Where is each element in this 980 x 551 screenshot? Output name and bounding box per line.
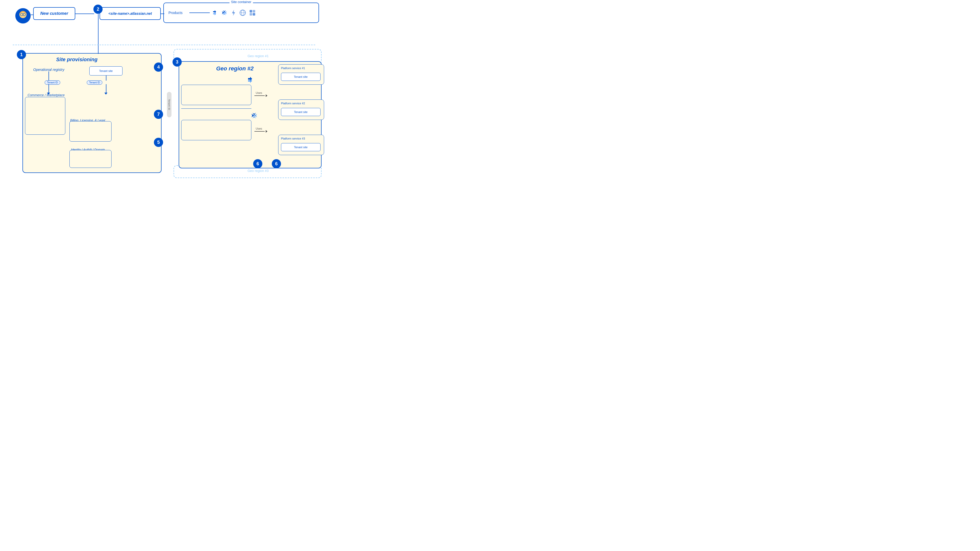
geo-region-1-label: Geo region #1 (248, 54, 269, 58)
product-icons (211, 9, 256, 16)
ps3-label: Platform service #3 (281, 137, 305, 140)
jira-product-icon-geo (246, 76, 254, 85)
badge-5: 5 (154, 138, 163, 147)
tenant-id-pill-2: Tenant ID (87, 80, 102, 85)
grid-icon (249, 9, 256, 16)
svg-rect-11 (253, 13, 255, 16)
svg-rect-9 (253, 10, 255, 13)
platform-service-2-box: Platform service #2 Tenant site (278, 100, 324, 120)
commerce-group-box (25, 97, 65, 135)
badge-6a: 6 (253, 159, 262, 168)
bolt-icon (231, 9, 237, 16)
uses-2-label: Uses (256, 127, 262, 130)
tenant-id-vertical-label: Tenant ID (168, 99, 170, 110)
badge-7-label: 7 (157, 112, 160, 117)
new-customer-label: New customer (40, 11, 68, 16)
line-tid2-billing (106, 84, 107, 93)
arrow-2 (104, 93, 107, 95)
geo-region-2-title: Geo region #2 (216, 65, 254, 72)
ps2-label: Platform service #2 (281, 102, 305, 105)
conn-customer-badge2 (75, 14, 94, 14)
site-url-label: <site-name>.atlassian.net (108, 11, 152, 16)
site-url-box: <site-name>.atlassian.net (100, 7, 161, 20)
operational-registry-label: Operational registry (33, 68, 64, 72)
ps1-site-label: Tenant sIte (294, 75, 308, 78)
uses-1-group (255, 94, 267, 97)
badge-2: 2 (94, 5, 103, 14)
arrow-1 (47, 93, 50, 95)
vert-line-to-prov (98, 47, 99, 54)
site-provisioning-box: Site provisioning Operational registry T… (22, 53, 162, 173)
jira-service-group (181, 85, 251, 105)
uses-2-group (255, 130, 267, 133)
line-ts-tid2 (106, 76, 107, 81)
jira-icon (211, 9, 218, 16)
badge-7: 7 (154, 110, 163, 119)
badge-1-label: 1 (20, 52, 23, 57)
products-label: Products (169, 11, 183, 15)
billing-group-box (69, 121, 111, 141)
products-line (189, 13, 210, 13)
confluence-icon (221, 9, 228, 16)
vert-line-1 (98, 14, 99, 47)
ps2-site-label: Tenant site (294, 110, 307, 114)
conf-product-icon-geo (250, 111, 258, 121)
platform-service-3-box: Platform service #3 Tenant site (278, 135, 324, 155)
main-container: New customer 2 <site-name>.atlassian.net… (0, 0, 327, 184)
badge-6a-label: 6 (256, 161, 259, 167)
conn-avatar-customer (30, 14, 34, 15)
geo-region-3-label: Geo region #3 (248, 169, 269, 173)
dashed-divider (13, 44, 315, 45)
conn-siteurl-container (161, 14, 164, 14)
ps1-label: Platform service #1 (281, 67, 305, 70)
site-container-label: Site container (229, 0, 253, 4)
badge-3: 3 (172, 57, 182, 67)
avatar (15, 8, 30, 24)
tenant-site-box: Tenant site (89, 66, 123, 76)
ps1-site-box: Tenant sIte (281, 73, 321, 81)
globe-icon (239, 9, 246, 16)
badge-2-label: 2 (97, 6, 99, 12)
geo-divider (181, 108, 251, 109)
ps2-site-box: Tenant site (281, 108, 321, 116)
tenant-id-pill-1: Tenant ID (45, 80, 60, 85)
badge-6b: 6 (272, 159, 281, 168)
badge-4-label: 4 (157, 65, 160, 70)
tenant-site-label: Tenant site (99, 69, 113, 73)
conf-service-group (181, 120, 251, 140)
line-op-tid1 (48, 71, 49, 80)
identity-group-box (69, 150, 111, 168)
svg-rect-10 (250, 13, 252, 16)
badge-6b-label: 6 (275, 161, 278, 167)
platform-service-1-box: Platform service #1 Tenant sIte (278, 64, 324, 85)
ps3-site-box: Tenant site (281, 143, 321, 151)
badge-4: 4 (154, 62, 163, 72)
badge-3-label: 3 (176, 59, 178, 65)
ps3-site-label: Tenant site (294, 146, 307, 149)
new-customer-box: New customer (33, 7, 75, 20)
line-tid1-commerce (48, 84, 49, 93)
site-container-box: Site container Products (163, 3, 319, 23)
commerce-label: Commerce / Marketplace (27, 93, 65, 97)
svg-rect-8 (250, 10, 252, 13)
uses-1-label: Uses (256, 91, 262, 94)
tenant-id-vertical-container: Tenant ID (167, 92, 172, 118)
site-provisioning-title: Site provisioning (56, 57, 97, 62)
badge-5-label: 5 (157, 140, 160, 145)
badge-1: 1 (17, 50, 26, 59)
